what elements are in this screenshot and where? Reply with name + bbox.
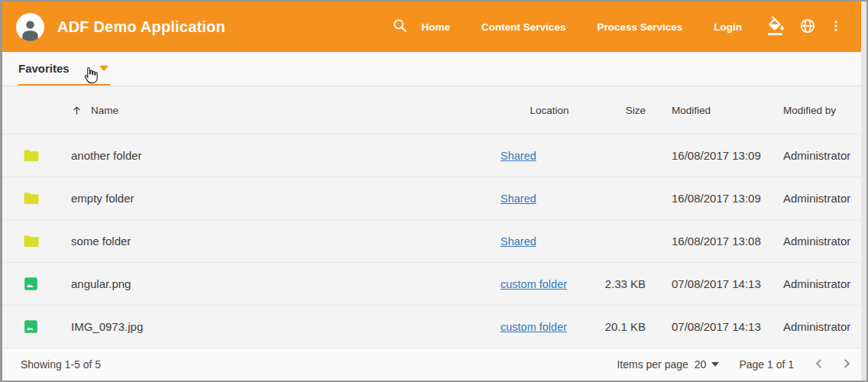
modified-date: 16/08/2017 13:08: [646, 235, 783, 248]
chevron-right-icon: [838, 355, 855, 374]
sort-ascending-icon: [71, 105, 83, 116]
search-button[interactable]: [389, 15, 411, 39]
size-column-header[interactable]: Size: [598, 105, 646, 116]
select-caret-icon: [711, 362, 719, 367]
modified-by: Administrator: [783, 320, 861, 333]
modified-by: Administrator: [783, 192, 861, 205]
location-link[interactable]: Shared: [500, 235, 536, 248]
chevron-left-icon: [811, 355, 828, 374]
folder-icon: [24, 149, 39, 162]
scrollbar-gutter[interactable]: [861, 2, 866, 380]
more-vertical-icon: [829, 18, 843, 36]
dropdown-caret-icon: [99, 66, 108, 71]
table-row[interactable]: angular.png custom folder 2.33 KB 07/08/…: [2, 263, 861, 306]
file-name-link[interactable]: empty folder: [54, 192, 500, 205]
table-row[interactable]: IMG_0973.jpg custom folder 20.1 KB 07/08…: [2, 306, 861, 348]
image-file-icon: [24, 277, 38, 291]
file-name-link[interactable]: angular.png: [54, 277, 500, 290]
view-tabbar: Favorites: [2, 52, 861, 86]
main-nav: Home Content Services Process Services L…: [422, 21, 742, 33]
location-link[interactable]: custom folder: [500, 321, 567, 333]
nav-item-content-services[interactable]: Content Services: [481, 21, 565, 33]
location-link[interactable]: custom folder: [500, 278, 567, 290]
modified-date: 07/08/2017 14:13: [646, 320, 783, 333]
location-column-header[interactable]: Location: [500, 105, 598, 116]
file-name-link[interactable]: some folder: [54, 235, 500, 248]
favorites-dropdown[interactable]: Favorites: [18, 52, 110, 86]
items-per-page-label: Items per page: [617, 358, 688, 371]
app-header: ADF Demo Application Home Content Servic…: [2, 2, 861, 52]
file-name-link[interactable]: another folder: [54, 149, 500, 162]
paint-bucket-icon: [766, 16, 786, 38]
folder-icon: [24, 192, 39, 205]
file-size: 20.1 KB: [598, 320, 646, 333]
theme-picker-button[interactable]: [763, 13, 789, 41]
app-window: ADF Demo Application Home Content Servic…: [0, 0, 868, 382]
search-icon: [392, 18, 408, 36]
language-button[interactable]: [796, 15, 819, 40]
paginator: Showing 1-5 of 5 Items per page 20 Page …: [2, 348, 861, 380]
modified-by: Administrator: [783, 277, 861, 290]
table-body: another folder Shared 16/08/2017 13:09 A…: [2, 134, 861, 348]
page-status-label: Page 1 of 1: [739, 358, 794, 371]
modified-by-column-header[interactable]: Modified by: [783, 105, 861, 116]
globe-icon: [799, 18, 816, 37]
nav-item-home[interactable]: Home: [422, 21, 451, 33]
modified-date: 07/08/2017 14:13: [646, 277, 783, 290]
person-icon: [18, 16, 43, 41]
modified-by: Administrator: [783, 149, 861, 162]
previous-page-button[interactable]: [809, 354, 829, 376]
file-name-link[interactable]: IMG_0973.jpg: [54, 320, 500, 333]
modified-by: Administrator: [783, 235, 861, 248]
modified-date: 16/08/2017 13:09: [646, 192, 783, 205]
next-page-button[interactable]: [837, 354, 857, 376]
documents-table: Name Location Size Modified Modified by …: [2, 86, 861, 348]
image-file-icon: [24, 319, 38, 334]
items-per-page-select[interactable]: 20: [695, 358, 720, 371]
location-link[interactable]: Shared: [500, 193, 536, 205]
app-title: ADF Demo Application: [57, 18, 225, 36]
table-row[interactable]: some folder Shared 16/08/2017 13:08 Admi…: [2, 220, 861, 263]
name-column-header[interactable]: Name: [54, 105, 500, 116]
folder-icon: [24, 235, 39, 248]
table-row[interactable]: empty folder Shared 16/08/2017 13:09 Adm…: [2, 177, 861, 220]
table-row[interactable]: another folder Shared 16/08/2017 13:09 A…: [2, 134, 861, 177]
file-size: 2.33 KB: [598, 277, 646, 290]
range-label: Showing 1-5 of 5: [21, 358, 101, 371]
app-main: ADF Demo Application Home Content Servic…: [2, 2, 861, 380]
selected-view-label: Favorites: [18, 62, 70, 75]
modified-column-header[interactable]: Modified: [646, 105, 783, 116]
location-link[interactable]: Shared: [500, 150, 536, 162]
nav-item-login[interactable]: Login: [714, 21, 742, 33]
more-menu-button[interactable]: [826, 15, 846, 39]
modified-date: 16/08/2017 13:09: [646, 149, 783, 162]
nav-item-process-services[interactable]: Process Services: [597, 21, 682, 33]
user-avatar[interactable]: [16, 13, 44, 41]
table-header-row: Name Location Size Modified Modified by: [2, 86, 861, 134]
